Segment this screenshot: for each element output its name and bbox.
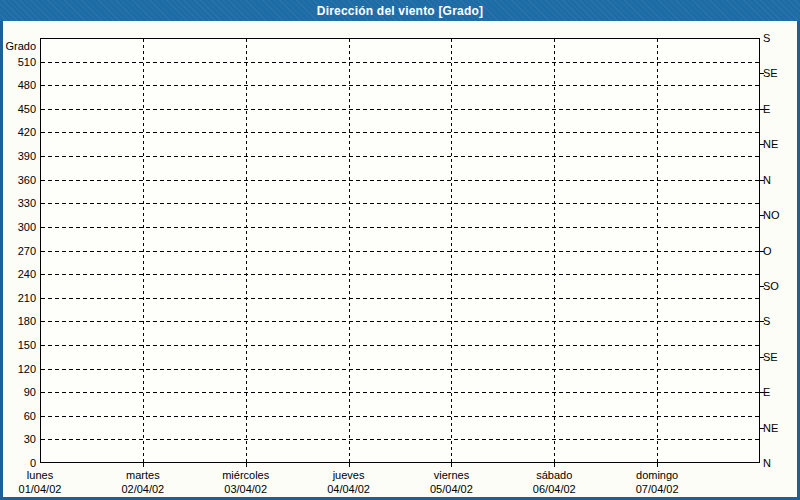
right-axis-tick xyxy=(760,428,764,429)
compass-direction-label: N xyxy=(763,457,771,469)
gridline-horizontal xyxy=(41,321,759,322)
y-axis-tick-label: 450 xyxy=(0,103,36,115)
compass-direction-label: SO xyxy=(763,280,779,292)
plot-area xyxy=(40,38,760,463)
gridline-horizontal xyxy=(41,274,759,275)
y-axis-tick-label: 150 xyxy=(0,339,36,351)
compass-direction-label: S xyxy=(763,315,770,327)
y-axis-tick-label: 330 xyxy=(0,197,36,209)
day-date-label: 03/04/02 xyxy=(191,483,301,496)
compass-direction-label: NE xyxy=(763,422,778,434)
gridline-horizontal xyxy=(41,392,759,393)
compass-direction-label: E xyxy=(763,103,770,115)
right-axis-tick xyxy=(760,73,764,74)
x-axis-tick xyxy=(451,463,452,467)
gridline-horizontal xyxy=(41,85,759,86)
gridline-vertical xyxy=(143,39,144,462)
compass-direction-label: O xyxy=(763,245,772,257)
day-weekday-label: viernes xyxy=(396,469,506,482)
y-axis-tick-label: 420 xyxy=(0,126,36,138)
gridline-horizontal xyxy=(41,439,759,440)
y-axis-tick-label: 270 xyxy=(0,245,36,257)
compass-direction-label: N xyxy=(763,174,771,186)
x-axis-tick xyxy=(246,463,247,467)
chart-title-bar: Dirección del viento [Grado] xyxy=(0,0,800,21)
gridline-horizontal xyxy=(41,156,759,157)
day-weekday-label: jueves xyxy=(294,469,404,482)
gridline-horizontal xyxy=(41,345,759,346)
gridline-horizontal xyxy=(41,369,759,370)
y-axis-tick-label: 210 xyxy=(0,292,36,304)
y-axis-tick-label: 180 xyxy=(0,315,36,327)
gridline-horizontal xyxy=(41,227,759,228)
right-axis-tick xyxy=(760,286,764,287)
y-axis-tick-label: 30 xyxy=(0,433,36,445)
gridline-vertical xyxy=(246,39,247,462)
y-axis-tick-label: 60 xyxy=(0,410,36,422)
gridline-vertical xyxy=(554,39,555,462)
day-weekday-label: miércoles xyxy=(191,469,301,482)
gridline-horizontal xyxy=(41,109,759,110)
right-axis-tick xyxy=(760,321,764,322)
x-axis-tick xyxy=(554,463,555,467)
gridline-horizontal xyxy=(41,132,759,133)
compass-direction-label: E xyxy=(763,386,770,398)
day-date-label: 02/04/02 xyxy=(88,483,198,496)
chart-title: Dirección del viento [Grado] xyxy=(317,4,483,18)
day-weekday-label: sábado xyxy=(499,469,609,482)
day-date-label: 07/04/02 xyxy=(602,483,712,496)
y-axis-tick-label: 240 xyxy=(0,268,36,280)
day-weekday-label: lunes xyxy=(0,469,95,482)
right-axis-tick xyxy=(760,392,764,393)
y-axis-tick-label: 120 xyxy=(0,363,36,375)
y-axis-tick-label: 360 xyxy=(0,174,36,186)
y-axis-tick-label: 0 xyxy=(0,457,36,469)
day-date-label: 06/04/02 xyxy=(499,483,609,496)
x-axis-tick xyxy=(349,463,350,467)
y-axis-tick-label: 90 xyxy=(0,386,36,398)
x-axis-tick xyxy=(657,463,658,467)
gridline-horizontal xyxy=(41,180,759,181)
right-axis-tick xyxy=(760,180,764,181)
compass-direction-label: S xyxy=(763,32,770,44)
y-axis-tick-label: 510 xyxy=(0,56,36,68)
frame-border-left xyxy=(0,0,3,500)
gridline-horizontal xyxy=(41,62,759,63)
y-axis-tick-label: 480 xyxy=(0,79,36,91)
day-date-label: 01/04/02 xyxy=(0,483,95,496)
gridline-horizontal xyxy=(41,251,759,252)
day-weekday-label: martes xyxy=(88,469,198,482)
right-axis-tick xyxy=(760,215,764,216)
y-axis-unit-label: Grado xyxy=(0,40,36,52)
right-axis-tick xyxy=(760,144,764,145)
x-axis-tick xyxy=(143,463,144,467)
right-axis-tick xyxy=(760,357,764,358)
y-axis-tick-label: 300 xyxy=(0,221,36,233)
day-date-label: 04/04/02 xyxy=(294,483,404,496)
gridline-vertical xyxy=(657,39,658,462)
compass-direction-label: SE xyxy=(763,67,778,79)
gridline-vertical xyxy=(451,39,452,462)
gridline-horizontal xyxy=(41,203,759,204)
compass-direction-label: NO xyxy=(763,209,780,221)
y-axis-tick-label: 390 xyxy=(0,150,36,162)
wind-direction-chart-window: Dirección del viento [Grado] 03060901201… xyxy=(0,0,800,500)
right-axis-tick xyxy=(760,109,764,110)
gridline-horizontal xyxy=(41,298,759,299)
compass-direction-label: NE xyxy=(763,138,778,150)
gridline-horizontal xyxy=(41,416,759,417)
right-axis-tick xyxy=(760,251,764,252)
day-weekday-label: domingo xyxy=(602,469,712,482)
gridline-vertical xyxy=(349,39,350,462)
day-date-label: 05/04/02 xyxy=(396,483,506,496)
compass-direction-label: SE xyxy=(763,351,778,363)
